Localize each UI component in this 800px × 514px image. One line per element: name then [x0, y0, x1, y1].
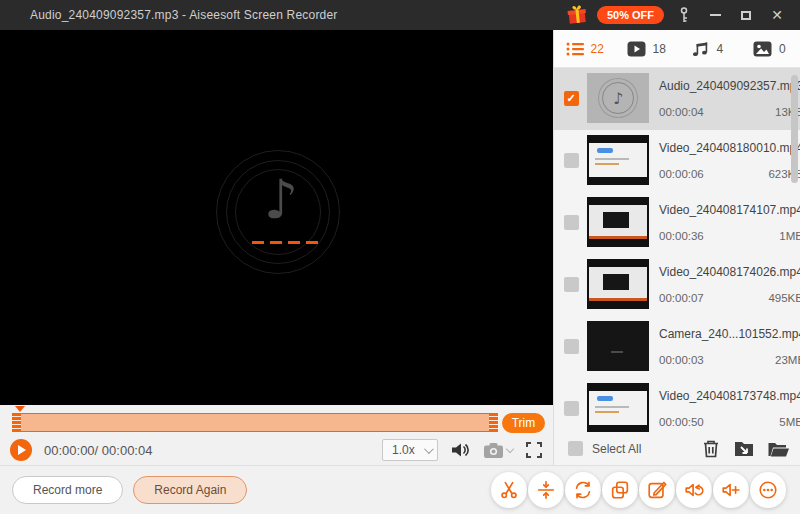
file-size: 495KB: [768, 292, 800, 304]
file-checkbox[interactable]: [564, 401, 579, 416]
tab-video-recordings[interactable]: 18: [616, 30, 678, 67]
title-bar: Audio_240409092357.mp3 - Aiseesoft Scree…: [0, 0, 800, 30]
scrollbar-thumb[interactable]: [791, 75, 798, 183]
history-tabs: 22 18 4: [554, 30, 800, 68]
file-thumbnail[interactable]: [587, 383, 649, 432]
speed-value: 1.0x: [392, 443, 415, 457]
chevron-down-icon: [424, 444, 434, 454]
playhead-marker[interactable]: [15, 406, 25, 412]
discount-badge[interactable]: 50% OFF: [597, 6, 664, 24]
fullscreen-button[interactable]: [525, 441, 543, 459]
chevron-down-icon[interactable]: [506, 444, 514, 452]
file-size: 23MB: [775, 354, 800, 366]
file-list: ♪ Audio_240409092357.mp3 00:00:04 13KB V…: [554, 68, 800, 432]
tab-audio-recordings[interactable]: 4: [677, 30, 739, 67]
file-duration: 00:00:50: [659, 416, 704, 428]
playback-speed-select[interactable]: 1.0x: [382, 439, 438, 461]
file-duration: 00:00:06: [659, 168, 704, 180]
close-button[interactable]: ✕: [766, 4, 788, 26]
recording-history-panel: 22 18 4: [553, 30, 800, 465]
more-options-button[interactable]: [750, 472, 786, 508]
trim-handle-right[interactable]: [489, 413, 498, 432]
file-checkbox[interactable]: [564, 215, 579, 230]
tab-count-all: 22: [591, 42, 604, 56]
maximize-button[interactable]: [735, 4, 757, 26]
tab-screenshots[interactable]: 0: [739, 30, 800, 67]
record-more-button[interactable]: Record more: [12, 476, 123, 504]
trim-progress-bar[interactable]: [12, 413, 498, 432]
file-name: Audio_240409092357.mp3: [659, 79, 800, 93]
music-note-icon: ♪: [264, 168, 298, 231]
audio-playing-dashes: [252, 241, 318, 244]
time-display: 00:00:00/ 00:00:04: [44, 443, 152, 458]
delete-button[interactable]: [701, 438, 721, 459]
file-thumbnail[interactable]: ♪: [587, 73, 649, 123]
volume-button[interactable]: [450, 441, 471, 459]
audio-convert-button[interactable]: [676, 472, 712, 508]
edit-button[interactable]: [639, 472, 675, 508]
convert-button[interactable]: [565, 472, 601, 508]
file-size: 5MB: [779, 416, 800, 428]
play-button[interactable]: [10, 439, 32, 461]
trim-handle-left[interactable]: [12, 413, 21, 432]
file-checkbox[interactable]: [564, 339, 579, 354]
register-key-icon[interactable]: [673, 4, 695, 26]
gift-promo-icon[interactable]: [565, 4, 589, 26]
edit-actions: [491, 472, 788, 508]
select-all-checkbox[interactable]: [568, 441, 583, 456]
file-checkbox[interactable]: [564, 277, 579, 292]
record-again-button[interactable]: Record Again: [133, 476, 247, 504]
file-duration: 00:00:36: [659, 230, 704, 242]
file-duration: 00:00:03: [659, 354, 704, 366]
select-all-label: Select All: [592, 442, 641, 456]
file-row[interactable]: Video_240408174107.mp4 00:00:36 1MB: [554, 192, 800, 254]
open-folder-button[interactable]: [767, 439, 790, 459]
file-name: Video_240408173748.mp4: [659, 389, 800, 403]
tab-count-audio: 4: [716, 42, 723, 56]
tab-count-video: 18: [653, 42, 666, 56]
file-checkbox[interactable]: [564, 91, 579, 106]
volume-booster-button[interactable]: [713, 472, 749, 508]
minimize-button[interactable]: [704, 4, 726, 26]
file-thumbnail[interactable]: [587, 321, 649, 371]
file-name: Video_240408174026.mp4: [659, 265, 800, 279]
file-duration: 00:00:04: [659, 106, 704, 118]
file-thumbnail[interactable]: [587, 197, 649, 247]
file-row[interactable]: Video_240408173748.mp4 00:00:50 5MB: [554, 378, 800, 432]
compress-button[interactable]: [528, 472, 564, 508]
merge-button[interactable]: [602, 472, 638, 508]
file-row[interactable]: Camera_240...101552.mp4 00:00:03 23MB: [554, 316, 800, 378]
file-duration: 00:00:07: [659, 292, 704, 304]
trim-cut-button[interactable]: [491, 472, 527, 508]
file-thumbnail[interactable]: [587, 259, 649, 309]
file-row[interactable]: Video_240408180010.mp4 00:00:06 623KB: [554, 130, 800, 192]
window-title: Audio_240409092357.mp3 - Aiseesoft Scree…: [30, 8, 338, 22]
file-row[interactable]: ♪ Audio_240409092357.mp3 00:00:04 13KB: [554, 68, 800, 130]
file-name: Video_240408180010.mp4: [659, 141, 800, 155]
audio-preview-area: ♪: [0, 30, 553, 405]
tab-count-image: 0: [779, 42, 786, 56]
file-name: Video_240408174107.mp4: [659, 203, 800, 217]
file-thumbnail[interactable]: [587, 135, 649, 185]
trim-button[interactable]: Trim: [502, 413, 545, 433]
app-window: Audio_240409092357.mp3 - Aiseesoft Scree…: [0, 0, 800, 514]
file-checkbox[interactable]: [564, 153, 579, 168]
export-button[interactable]: [733, 438, 755, 459]
snapshot-camera-button[interactable]: [483, 442, 513, 459]
file-row[interactable]: Video_240408174026.mp4 00:00:07 495KB: [554, 254, 800, 316]
file-name: Camera_240...101552.mp4: [659, 327, 800, 341]
bottom-toolbar: Record more Record Again: [0, 465, 800, 514]
file-size: 1MB: [779, 230, 800, 242]
tab-all-recordings[interactable]: 22: [554, 30, 616, 67]
player-controls: Trim 00:00:00/ 00:00:04 1.0x: [0, 405, 553, 465]
select-all-bar: Select All: [554, 432, 800, 465]
